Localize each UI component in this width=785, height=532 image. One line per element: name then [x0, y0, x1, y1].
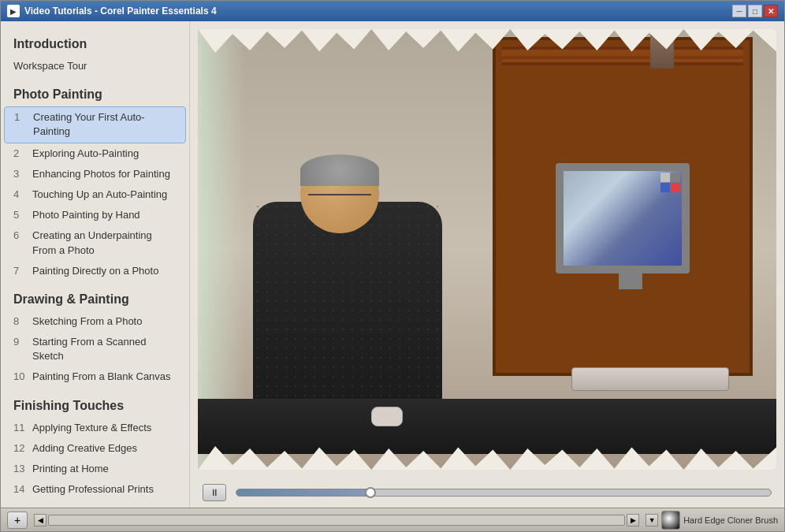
- screen-content: [564, 171, 682, 266]
- content-area: Introduction Workspace Tour Photo Painti…: [1, 21, 784, 508]
- play-pause-button[interactable]: ⏸: [203, 484, 226, 501]
- monitor-stand: [619, 273, 642, 289]
- sidebar-item-1[interactable]: 1 Creating Your First Auto-Painting: [4, 106, 186, 143]
- monitor: [556, 163, 705, 305]
- taskbar-scroll-area: ◀ ▶: [34, 514, 639, 526]
- section-title-photo-painting: Photo Painting: [1, 81, 189, 106]
- shirt-pattern: [253, 202, 442, 422]
- video-area: ⏸: [190, 21, 784, 508]
- progress-bar[interactable]: [236, 489, 772, 497]
- title-bar-left: ▶ Video Tutorials - Corel Painter Essent…: [7, 5, 217, 17]
- desk-surface: [198, 399, 776, 454]
- swatch-2: [671, 173, 680, 182]
- close-button[interactable]: ✕: [764, 5, 778, 17]
- color-swatches: [660, 173, 680, 192]
- title-bar: ▶ Video Tutorials - Corel Painter Essent…: [1, 1, 784, 21]
- monitor-screen: [556, 163, 690, 273]
- sidebar-item-8[interactable]: 8 Sketching From a Photo: [1, 311, 189, 332]
- swatch-4: [671, 183, 680, 192]
- scroll-right-button[interactable]: ▶: [627, 514, 639, 526]
- window-controls: ─ □ ✕: [732, 5, 778, 17]
- scroll-down-button[interactable]: ▼: [645, 514, 658, 526]
- play-pause-icon: ⏸: [210, 487, 219, 498]
- window-title: Video Tutorials - Corel Painter Essentia…: [24, 6, 217, 17]
- shelf-mid: [502, 56, 743, 59]
- swatch-1: [660, 173, 670, 182]
- person: [237, 123, 458, 422]
- swatch-3: [660, 183, 670, 192]
- add-icon: +: [14, 514, 20, 526]
- brush-preview: [661, 511, 680, 530]
- glasses: [308, 194, 371, 203]
- progress-handle[interactable]: [365, 487, 376, 498]
- horizontal-scrollbar[interactable]: [48, 515, 625, 526]
- add-button[interactable]: +: [7, 512, 28, 529]
- sidebar-item-14[interactable]: 14 Getting Professional Prints: [1, 479, 189, 500]
- sidebar-item-9[interactable]: 9 Starting From a Scanned Sketch: [1, 332, 189, 366]
- shelf-top: [502, 47, 743, 50]
- sidebar-item-12[interactable]: 12 Adding Creative Edges: [1, 438, 189, 459]
- person-head: [300, 154, 379, 233]
- section-title-introduction: Introduction: [1, 31, 189, 56]
- minimize-button[interactable]: ─: [732, 5, 746, 17]
- shelf-bot: [502, 62, 743, 65]
- keyboard: [571, 367, 729, 391]
- maximize-button[interactable]: □: [748, 5, 762, 17]
- scroll-left-button[interactable]: ◀: [34, 514, 47, 526]
- section-title-drawing-painting: Drawing & Painting: [1, 286, 189, 311]
- video-scene: [198, 29, 776, 470]
- brush-label: Hard Edge Cloner Brush: [683, 515, 778, 525]
- sidebar-item-13[interactable]: 13 Printing at Home: [1, 459, 189, 479]
- taskbar-right: ▼ Hard Edge Cloner Brush: [645, 511, 778, 530]
- person-body: [253, 202, 442, 422]
- sidebar-item-4[interactable]: 4 Touching Up an Auto-Painting: [1, 184, 189, 205]
- taskbar: + ◀ ▶ ▼ Hard Edge Cloner Brush: [1, 508, 784, 531]
- app-icon: ▶: [7, 5, 20, 17]
- sidebar-item-3[interactable]: 3 Enhancing Photos for Painting: [1, 164, 189, 184]
- hair: [300, 154, 379, 186]
- sidebar-item-7[interactable]: 7 Painting Directly on a Photo: [1, 261, 189, 281]
- mouse: [371, 407, 403, 426]
- sidebar-item-workspace-tour[interactable]: Workspace Tour: [1, 56, 189, 76]
- sidebar: Introduction Workspace Tour Photo Painti…: [1, 21, 190, 508]
- sidebar-item-11[interactable]: 11 Applying Texture & Effects: [1, 418, 189, 438]
- sidebar-item-6[interactable]: 6 Creating an Underpainting From a Photo: [1, 225, 189, 260]
- sidebar-item-5[interactable]: 5 Photo Painting by Hand: [1, 205, 189, 225]
- main-window: ▶ Video Tutorials - Corel Painter Essent…: [0, 0, 785, 532]
- video-frame: [198, 29, 776, 470]
- progress-fill: [236, 489, 370, 496]
- video-controls: ⏸: [190, 478, 784, 508]
- bookcase-shelves: [502, 47, 743, 62]
- sidebar-item-10[interactable]: 10 Painting From a Blank Canvas: [1, 366, 189, 387]
- section-title-finishing-touches: Finishing Touches: [1, 392, 189, 418]
- sidebar-item-2[interactable]: 2 Exploring Auto-Painting: [1, 143, 189, 164]
